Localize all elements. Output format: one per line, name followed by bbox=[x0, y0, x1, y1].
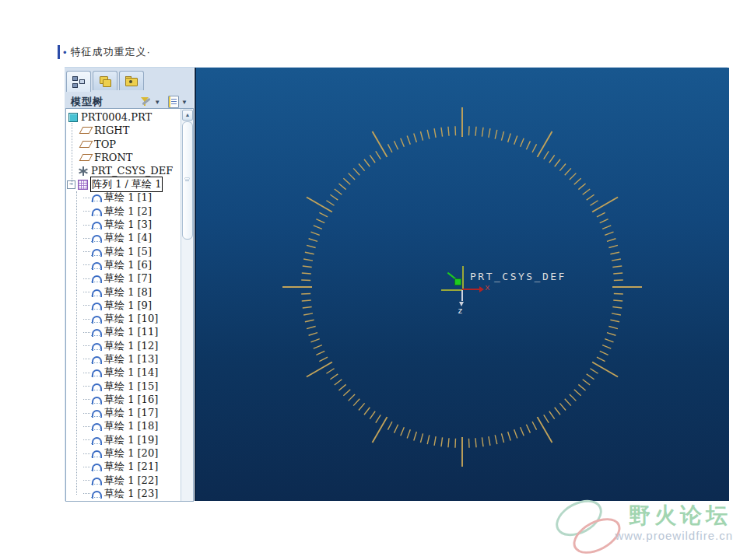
sketch-icon bbox=[91, 194, 101, 201]
panel-title: 模型树 bbox=[71, 95, 103, 109]
sketch-icon bbox=[91, 355, 101, 363]
tree-item-label: 阵列 1 / 草绘 1 bbox=[91, 177, 162, 191]
tree-item-label: 草绘 1 [15] bbox=[104, 380, 158, 394]
tree-scrollbar[interactable]: ▲ bbox=[181, 109, 193, 501]
sketch-icon bbox=[91, 369, 101, 376]
main-area: 模型树 ▼ ▼ P bbox=[65, 67, 728, 501]
tree-connector bbox=[83, 426, 90, 427]
tree-row[interactable]: RIGHT bbox=[66, 124, 180, 137]
tree-row[interactable]: 草绘 1 [2] bbox=[66, 205, 180, 218]
tree-row[interactable]: TOP bbox=[66, 138, 180, 151]
tree-item-label: 草绘 1 [7] bbox=[104, 271, 152, 285]
tree-connector bbox=[83, 359, 90, 359]
tree-row[interactable]: 草绘 1 [9] bbox=[66, 299, 180, 312]
layers-icon bbox=[99, 75, 111, 87]
scroll-up-button[interactable]: ▲ bbox=[182, 110, 193, 121]
tree-row[interactable]: 草绘 1 [16] bbox=[66, 393, 180, 406]
scrollbar-thumb[interactable] bbox=[182, 121, 193, 240]
tree-row[interactable]: 草绘 1 [4] bbox=[66, 232, 180, 245]
tree-row[interactable]: 草绘 1 [18] bbox=[66, 420, 180, 433]
tree-connector bbox=[83, 493, 90, 494]
tree-row[interactable]: 草绘 1 [19] bbox=[66, 433, 180, 446]
tree-item-label: 草绘 1 [19] bbox=[104, 433, 158, 447]
tree-item-label: PRT_CSYS_DEF bbox=[91, 165, 173, 177]
tree-row[interactable]: PRT0004.PRT bbox=[66, 110, 180, 124]
model-tree-tab[interactable] bbox=[66, 71, 91, 92]
tree-row[interactable]: 草绘 1 [7] bbox=[66, 272, 180, 285]
tree-display-button[interactable]: ▼ bbox=[167, 94, 189, 110]
tree-row[interactable]: −阵列 1 / 草绘 1 bbox=[66, 177, 180, 191]
model-tree: PRT0004.PRTRIGHTTOPFRONTPRT_CSYS_DEF−阵列 … bbox=[65, 108, 194, 502]
plane-icon bbox=[79, 141, 93, 148]
tree-row[interactable]: PRT_CSYS_DEF bbox=[66, 164, 180, 177]
tree-row[interactable]: 草绘 1 [20] bbox=[66, 446, 180, 460]
tree-row[interactable]: 草绘 1 [23] bbox=[66, 487, 180, 500]
navigator-tabs bbox=[66, 71, 144, 90]
navigator-panel: 模型树 ▼ ▼ P bbox=[65, 68, 194, 501]
tree-structure-icon bbox=[72, 76, 85, 88]
tree-connector bbox=[83, 345, 90, 346]
tree-item-label: 草绘 1 [9] bbox=[104, 299, 152, 313]
sketch-icon bbox=[91, 328, 101, 336]
sketch-icon bbox=[91, 383, 101, 390]
sketch-icon bbox=[91, 463, 101, 471]
sketch-icon bbox=[91, 248, 101, 256]
forum-watermark: 野火论坛 www.proewildfire.cn bbox=[554, 501, 733, 554]
tree-item-label: RIGHT bbox=[94, 124, 129, 136]
chevron-down-icon: ▼ bbox=[181, 99, 188, 106]
tree-filters-button[interactable]: ▼ bbox=[139, 94, 162, 110]
tree-row[interactable]: 草绘 1 [21] bbox=[66, 460, 180, 474]
tree-item-label: 草绘 1 [16] bbox=[104, 393, 158, 407]
tree-item-label: 草绘 1 [12] bbox=[104, 339, 158, 353]
tree-item-label: 草绘 1 [14] bbox=[104, 366, 158, 380]
layer-tree-tab[interactable] bbox=[93, 71, 117, 90]
tree-row[interactable]: 草绘 1 [15] bbox=[66, 380, 180, 393]
tree-connector bbox=[83, 238, 90, 239]
tree-item-label: 草绘 1 [6] bbox=[104, 258, 152, 272]
tree-connector bbox=[83, 399, 90, 400]
tree-item-label: 草绘 1 [8] bbox=[104, 285, 152, 299]
tree-item-label: 草绘 1 [1] bbox=[104, 191, 152, 205]
sketch-icon bbox=[91, 490, 101, 498]
part-icon bbox=[68, 113, 78, 122]
tree-guide-line bbox=[76, 191, 77, 495]
tree-row[interactable]: 草绘 1 [13] bbox=[66, 352, 180, 366]
tree-connector bbox=[83, 453, 90, 454]
tree-row[interactable]: 草绘 1 [3] bbox=[66, 218, 180, 231]
tree-item-label: 草绘 1 [13] bbox=[104, 352, 158, 366]
tree-row[interactable]: 草绘 1 [1] bbox=[66, 191, 180, 205]
watermark-title: 野火论坛 bbox=[629, 501, 731, 530]
tree-connector bbox=[83, 467, 90, 467]
tree-row[interactable]: FRONT bbox=[66, 151, 180, 164]
sketch-icon bbox=[91, 396, 101, 404]
tree-row[interactable]: 草绘 1 [17] bbox=[66, 407, 180, 420]
graphics-viewport[interactable]: x z PRT_CSYS_DEF bbox=[195, 68, 729, 501]
tree-connector bbox=[83, 480, 90, 481]
tree-row[interactable]: 草绘 1 [14] bbox=[66, 366, 180, 380]
csys-icon bbox=[79, 166, 88, 176]
tree-row[interactable]: 草绘 1 [5] bbox=[66, 245, 180, 258]
tree-row[interactable]: 草绘 1 [22] bbox=[66, 474, 180, 487]
message-bullet-icon: • bbox=[63, 47, 67, 58]
tree-item-label: 草绘 1 [4] bbox=[104, 231, 152, 245]
folder-browser-tab[interactable] bbox=[119, 71, 144, 90]
tree-connector bbox=[83, 292, 90, 292]
chevron-down-icon: ▼ bbox=[154, 99, 160, 106]
folder-icon bbox=[125, 76, 138, 86]
message-bar: • 特征成功重定义· bbox=[58, 44, 151, 61]
tree-row[interactable]: 草绘 1 [12] bbox=[66, 339, 180, 352]
tree-item-label: TOP bbox=[94, 138, 116, 150]
tree-row[interactable]: 草绘 1 [8] bbox=[66, 285, 180, 299]
application-window: • 特征成功重定义· 模型树 bbox=[0, 0, 747, 560]
pattern-icon bbox=[78, 180, 88, 190]
tree-connector bbox=[83, 386, 90, 387]
sketch-icon bbox=[91, 289, 101, 296]
tree-item-label: 草绘 1 [17] bbox=[104, 406, 158, 420]
tree-connector bbox=[83, 305, 90, 306]
sketch-icon bbox=[91, 302, 101, 310]
tree-row[interactable]: 草绘 1 [11] bbox=[66, 326, 180, 339]
tree-row[interactable]: 草绘 1 [10] bbox=[66, 312, 180, 325]
tree-item-label: 草绘 1 [10] bbox=[104, 312, 158, 326]
tree-connector bbox=[83, 211, 90, 212]
tree-row[interactable]: 草绘 1 [6] bbox=[66, 258, 180, 271]
